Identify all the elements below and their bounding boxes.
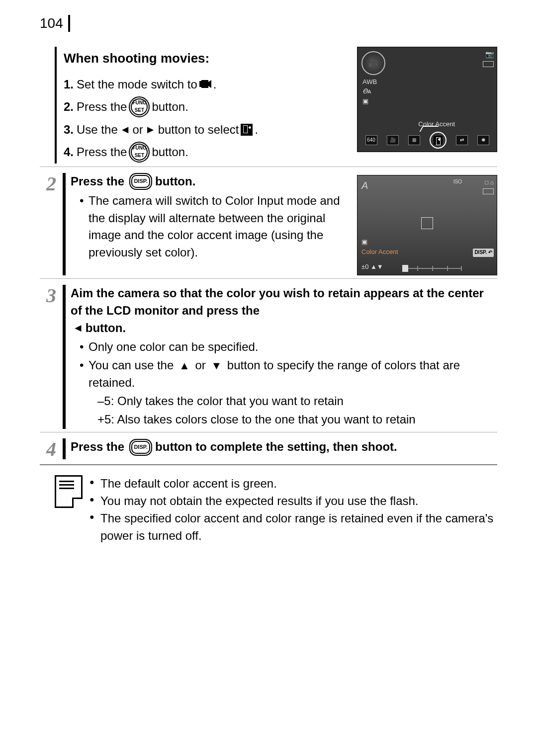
step-4-title: Press the button to complete the setting… xyxy=(71,438,497,456)
movies-section: When shooting movies: 1. Set the mode sw… xyxy=(40,47,497,164)
step-2-bullet-1: The camera will switch to Color Input mo… xyxy=(80,192,347,261)
battery-icon xyxy=(483,61,494,67)
movie-std-icon: 🎥 xyxy=(387,135,399,145)
pointer-line xyxy=(420,126,439,132)
func-set-button-icon xyxy=(129,96,150,117)
header-bar xyxy=(68,15,70,32)
movie-mode-icon xyxy=(199,79,211,89)
svg-rect-1 xyxy=(201,80,208,88)
left-arrow-icon: ◄ xyxy=(73,320,84,336)
page-number: 104 xyxy=(40,15,68,32)
note-2: You may not obtain the expected results … xyxy=(90,493,497,510)
disp-button-icon xyxy=(129,439,152,456)
camera-screen-1: 📷 🎥 AWB ϴᴀ ▣ Color Accent 640 🎥 ⊠ ⇄ ✺ xyxy=(357,47,497,152)
selected-mode-ring xyxy=(430,132,447,149)
movies-text: When shooting movies: 1. Set the mode sw… xyxy=(64,47,347,164)
note-icon xyxy=(55,475,83,508)
step-number: 3 xyxy=(40,285,63,306)
range-pos5: +5: Also takes colors close to the one t… xyxy=(97,411,497,428)
mode-dial-icon: 🎥 xyxy=(361,51,385,75)
fireworks-icon: ✺ xyxy=(477,135,489,145)
mode-bottom-row: 640 🎥 ⊠ ⇄ ✺ xyxy=(358,132,497,149)
movies-heading: When shooting movies: xyxy=(64,51,347,66)
iso-icon: ISO xyxy=(453,178,462,186)
step-number: 4 xyxy=(40,438,63,459)
step-4: 4 Press the button to complete the setti… xyxy=(40,438,497,459)
divider-heavy xyxy=(40,464,497,465)
color-slider: ◄ xyxy=(402,265,462,272)
side-menu-icons: AWB ϴᴀ ▣ xyxy=(362,77,377,106)
step-bar xyxy=(63,438,66,459)
func-set-button-icon xyxy=(129,142,150,163)
movies-step-1: 1. Set the mode switch to . xyxy=(64,73,347,96)
camera-screen-2: A □ ⌂ ISO ▣ Color Accent DISP. ↶ ±0 ▲▼ ◄ xyxy=(357,175,497,275)
res-icon: 640 xyxy=(365,135,377,145)
movies-step-4: 4. Press the button. xyxy=(64,141,347,164)
step-3-content: Aim the camera so that the color you wis… xyxy=(71,285,497,429)
slider-pointer: ◄ xyxy=(402,265,408,272)
disp-badge: DISP. ↶ xyxy=(473,249,494,257)
step-3-bullet-1: Only one color can be specified. xyxy=(80,338,497,356)
step-number: 2 xyxy=(40,173,63,194)
camera-icon: 📷 xyxy=(485,50,494,58)
mode-label: Color Accent xyxy=(361,248,398,257)
step-3-title: Aim the camera so that the color you wis… xyxy=(71,285,497,336)
divider xyxy=(40,432,497,432)
center-target xyxy=(421,217,433,229)
step-2-bullets: The camera will switch to Color Input mo… xyxy=(80,192,347,261)
step-2-title: Press the button. xyxy=(71,173,347,190)
note-list: The default color accent is green. You m… xyxy=(90,475,497,544)
down-arrow-icon: ▼ xyxy=(211,359,222,372)
page-number-row: 104 xyxy=(40,15,497,32)
note-3: The specified color accent and color ran… xyxy=(90,510,497,545)
svg-rect-0 xyxy=(199,81,201,87)
step-bar xyxy=(63,173,66,275)
accent-icon-small: ▣ xyxy=(361,238,367,247)
movies-step-2: 2. Press the button. xyxy=(64,95,347,118)
right-arrow-icon: ► xyxy=(145,119,156,140)
step-3-bullet-2: You can use the ▲ or ▼ button to specify… xyxy=(80,357,497,428)
note-box: The default color accent is green. You m… xyxy=(40,475,497,544)
movie-compact-icon: ⊠ xyxy=(408,135,420,145)
step-2: 2 Press the button. The camera will swit… xyxy=(40,173,497,275)
top-right-icons: □ ⌂ xyxy=(485,178,494,187)
mode-letter: A xyxy=(361,178,368,193)
step-3-bullets: Only one color can be specified. You can… xyxy=(80,338,497,428)
step-3: 3 Aim the camera so that the color you w… xyxy=(40,285,497,429)
range-value: ±0 ▲▼ xyxy=(361,262,383,272)
battery-icon xyxy=(483,188,494,194)
left-arrow-icon: ◄ xyxy=(120,119,131,140)
divider xyxy=(40,278,497,279)
note-1: The default color accent is green. xyxy=(90,475,497,493)
movies-steps: 1. Set the mode switch to . 2. Press the… xyxy=(64,73,347,164)
manual-page: 104 When shooting movies: 1. Set the mod… xyxy=(0,0,537,575)
divider xyxy=(40,167,497,167)
range-examples: –5: Only takes the color that you want t… xyxy=(97,393,497,428)
range-neg5: –5: Only takes the color that you want t… xyxy=(97,393,497,410)
step-4-content: Press the button to complete the setting… xyxy=(71,438,497,456)
color-accent-mode-icon xyxy=(241,124,253,136)
movies-step-3: 3. Use the ◄ or ► button to select . xyxy=(64,118,347,141)
step-2-content: Press the button. The camera will switch… xyxy=(71,173,497,275)
swap-icon: ⇄ xyxy=(456,135,468,145)
up-arrow-icon: ▲ xyxy=(179,359,190,372)
disp-button-icon xyxy=(129,173,152,190)
step-bar xyxy=(63,285,66,429)
